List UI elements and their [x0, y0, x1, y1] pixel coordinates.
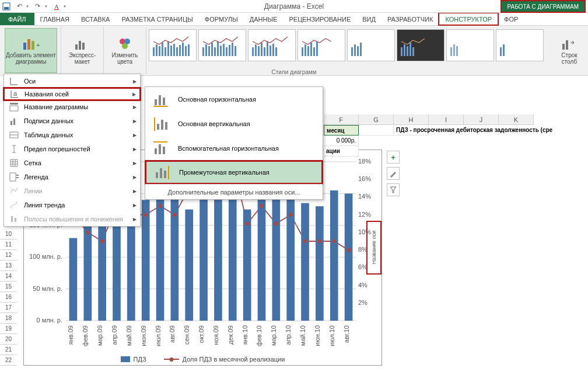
svg-rect-6 [75, 44, 78, 50]
svg-rect-27 [208, 46, 210, 56]
cell[interactable]: ПДЗ - просроченная дебиторская задолженн… [394, 125, 429, 136]
menu-legend[interactable]: Легенда▶ [4, 170, 140, 184]
col-header[interactable]: I [429, 114, 464, 125]
svg-rect-46 [302, 47, 303, 56]
menu-axis-titles[interactable]: aНазвания осей▶ [3, 87, 141, 101]
chart-styles-gallery[interactable]: Стили диаграмм [146, 27, 552, 74]
tab-developer[interactable]: РАЗРАБОТЧИК [382, 13, 439, 25]
svg-text:окт.09: окт.09 [198, 325, 205, 343]
svg-rect-39 [258, 46, 260, 56]
chart-style-thumb[interactable] [198, 29, 246, 61]
chart-style-thumb[interactable] [248, 29, 296, 61]
undo-icon[interactable]: ↶ [15, 2, 23, 11]
svg-rect-67 [566, 40, 568, 50]
svg-rect-143 [345, 193, 353, 321]
submenu-secondary-vertical[interactable]: Промежуточная вертикальная [145, 160, 323, 185]
chart-filter-button[interactable] [387, 183, 400, 196]
svg-rect-36 [235, 46, 236, 56]
svg-text:2%: 2% [358, 299, 368, 306]
chart-styles-button[interactable] [387, 167, 400, 180]
svg-rect-28 [211, 43, 213, 56]
chart-style-thumb[interactable] [149, 29, 197, 61]
col-header[interactable]: J [464, 114, 499, 125]
svg-rect-132 [185, 210, 193, 321]
chart-style-thumb[interactable] [446, 29, 494, 61]
svg-text:июн.10: июн.10 [314, 325, 321, 346]
col-header[interactable]: F [324, 114, 359, 125]
tab-data[interactable]: ДАННЫЕ [244, 13, 284, 25]
tab-format[interactable]: ФОР [498, 13, 524, 25]
submenu-more-options[interactable]: Дополнительные параметры названия оси... [145, 184, 323, 199]
tab-file[interactable]: ФАЙЛ [0, 13, 34, 25]
submenu-secondary-horizontal[interactable]: Вспомогательная горизонтальная [145, 136, 323, 161]
add-chart-element-button[interactable]: + Добавить элемент диаграммы [5, 28, 57, 73]
menu-axes[interactable]: Оси▶ [4, 74, 140, 88]
svg-text:100 млн. р.: 100 млн. р. [29, 253, 62, 260]
submenu-primary-vertical[interactable]: Основная вертикальная [145, 112, 323, 136]
menu-gridlines[interactable]: Сетка▶ [4, 156, 140, 170]
svg-rect-31 [220, 46, 222, 56]
submenu-primary-horizontal[interactable]: Основная горизонтальная [145, 87, 323, 112]
svg-rect-93 [165, 122, 167, 130]
svg-rect-44 [272, 44, 274, 56]
svg-rect-76 [13, 119, 15, 125]
tab-design[interactable]: КОНСТРУКТОР [438, 12, 499, 26]
tab-home[interactable]: ГЛАВНАЯ [34, 13, 75, 25]
svg-rect-4 [32, 41, 34, 50]
menu-updown-bars[interactable]: Полосы повышения и понижения▶ [4, 212, 140, 226]
ribbon: + Добавить элемент диаграммы Экспресс-ма… [0, 26, 588, 76]
chart-style-thumb[interactable] [496, 29, 544, 61]
menu-error-bars[interactable]: Предел погрешностей▶ [4, 142, 140, 156]
tab-page-layout[interactable]: РАЗМЕТКА СТРАНИЦЫ [116, 13, 198, 25]
chart-style-thumb[interactable] [298, 29, 345, 61]
chart-legend: ПДЗ Доля ПДЗ в месячной реализации [24, 356, 382, 363]
cell[interactable]: ации [324, 146, 359, 157]
svg-rect-136 [243, 210, 251, 321]
menu-data-table[interactable]: Таблица данных▶ [4, 128, 140, 142]
svg-text:+: + [36, 41, 40, 48]
cell[interactable]: месяц [324, 125, 359, 136]
svg-text:50 млн. р.: 50 млн. р. [33, 285, 62, 292]
svg-rect-22 [182, 43, 184, 56]
svg-rect-129 [142, 200, 150, 321]
svg-text:янв.09: янв.09 [67, 325, 74, 345]
cell[interactable]: 0 000р. [324, 136, 359, 146]
cells-area: месяц ПДЗ - просроченная дебиторская зад… [324, 125, 429, 157]
secondary-axis-title[interactable]: Название оси [366, 221, 382, 275]
col-header[interactable]: H [394, 114, 429, 125]
col-header[interactable]: G [359, 114, 394, 125]
font-color-icon[interactable]: A [52, 2, 61, 11]
menu-trendline[interactable]: Линия тренда▶ [4, 198, 140, 212]
tab-insert[interactable]: ВСТАВКА [75, 13, 116, 25]
chart-style-thumb[interactable] [347, 29, 395, 61]
tab-view[interactable]: ВИД [356, 13, 382, 25]
svg-text:июл.10: июл.10 [328, 325, 335, 346]
redo-icon[interactable]: ↷ [34, 2, 42, 11]
svg-rect-18 [170, 46, 172, 56]
tab-formulas[interactable]: ФОРМУЛЫ [199, 13, 244, 25]
menu-chart-title[interactable]: Название диаграммы▶ [4, 100, 140, 114]
chart-style-thumb[interactable] [397, 29, 444, 61]
svg-rect-34 [229, 45, 230, 56]
quick-layout-button[interactable]: Экспресс-макет [65, 28, 100, 73]
svg-rect-100 [160, 168, 162, 178]
svg-rect-133 [200, 197, 208, 321]
svg-point-146 [100, 239, 104, 244]
svg-rect-14 [159, 46, 160, 56]
svg-rect-89 [163, 98, 165, 105]
svg-rect-15 [162, 43, 163, 56]
legend-box-icon [121, 356, 130, 362]
window-title: Диаграмма - Excel [264, 2, 324, 11]
svg-point-158 [274, 221, 278, 225]
svg-rect-87 [155, 99, 157, 105]
svg-rect-58 [407, 46, 408, 56]
change-colors-button[interactable]: Изменить цвета [107, 28, 142, 73]
tab-review[interactable]: РЕЦЕНЗИРОВАНИЕ [283, 13, 356, 25]
col-header[interactable]: K [499, 114, 534, 125]
switch-row-col-button[interactable]: Строк столб [555, 28, 583, 73]
svg-rect-125 [83, 225, 92, 321]
save-icon[interactable] [2, 2, 10, 11]
menu-lines[interactable]: Линии▶ [4, 184, 140, 198]
menu-data-labels[interactable]: Подписи данных▶ [4, 114, 140, 128]
svg-rect-8 [82, 43, 85, 50]
